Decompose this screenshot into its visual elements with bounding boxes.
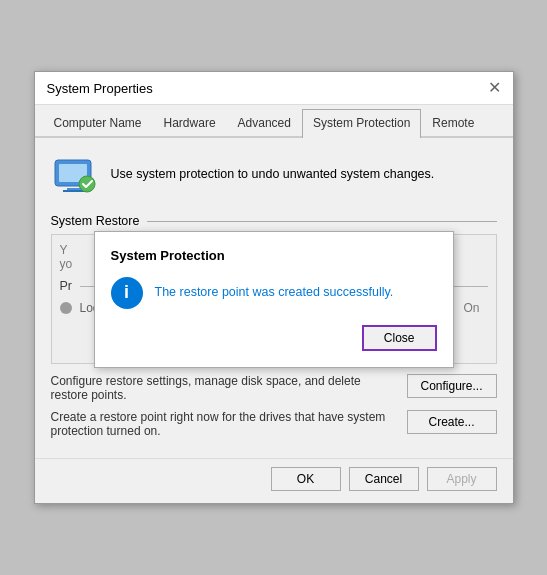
tab-hardware[interactable]: Hardware [153,109,227,136]
ok-button[interactable]: OK [271,467,341,491]
configure-row: Configure restore settings, manage disk … [51,374,497,402]
dialog-message: The restore point was created successful… [155,283,394,302]
configure-description: Configure restore settings, manage disk … [51,374,407,402]
system-protection-icon [51,150,99,198]
configure-button[interactable]: Configure... [407,374,497,398]
create-button-area: Create... [407,410,497,438]
tab-advanced[interactable]: Advanced [227,109,302,136]
system-restore-box: Y yo Pr Local Disk (C:) (System) On Syst… [51,234,497,364]
tabs-bar: Computer Name Hardware Advanced System P… [35,105,513,138]
apply-button[interactable]: Apply [427,467,497,491]
tab-remote[interactable]: Remote [421,109,485,136]
system-protection-dialog: System Protection i The restore point wa… [94,231,454,368]
dialog-close-button[interactable]: Close [362,325,437,351]
dialog-message-colored: successfully [323,285,389,299]
title-bar: System Properties ✕ [35,72,513,105]
main-content: Use system protection to undo unwanted s… [35,138,513,458]
svg-point-4 [79,176,95,192]
create-description: Create a restore point right now for the… [51,410,407,438]
configure-button-area: Configure... [407,374,497,402]
create-button[interactable]: Create... [407,410,497,434]
system-properties-window: System Properties ✕ Computer Name Hardwa… [34,71,514,504]
dialog-footer: Close [111,325,437,351]
dialog-body: i The restore point was created successf… [111,277,437,309]
footer: OK Cancel Apply [35,458,513,503]
dialog-overlay: System Protection i The restore point wa… [52,235,496,363]
system-icon-svg [51,150,99,198]
system-restore-section-title: System Restore [51,214,497,228]
header-row: Use system protection to undo unwanted s… [51,150,497,198]
tab-system-protection[interactable]: System Protection [302,109,421,138]
info-icon: i [111,277,143,309]
dialog-title: System Protection [111,248,437,263]
header-description: Use system protection to undo unwanted s… [111,167,435,181]
close-button[interactable]: ✕ [488,80,501,96]
create-row: Create a restore point right now for the… [51,410,497,438]
window-title: System Properties [47,81,153,96]
cancel-button[interactable]: Cancel [349,467,419,491]
tab-computer-name[interactable]: Computer Name [43,109,153,136]
